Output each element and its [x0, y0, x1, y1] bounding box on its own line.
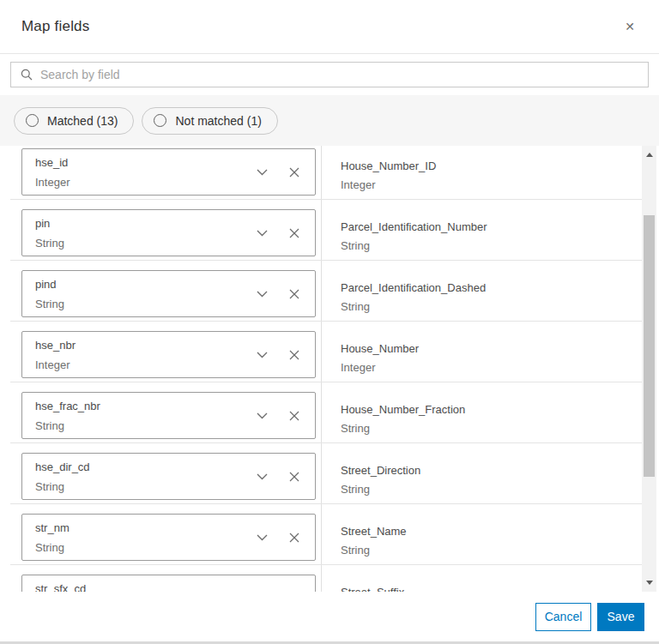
chevron-down-icon[interactable] [257, 291, 268, 298]
field-mapping-row: str_nm String Street_Name String [10, 504, 642, 565]
source-field-cell: hse_dir_cd String [10, 443, 322, 503]
target-field-name: Street_Name [341, 524, 642, 539]
remove-mapping-x-icon[interactable] [289, 411, 299, 421]
source-field-select[interactable]: hse_frac_nbr String [21, 392, 316, 439]
target-field-name: Street_Direction [341, 463, 642, 478]
target-field-type: Integer [341, 178, 642, 193]
field-box-icons [257, 332, 315, 377]
field-mapping-row: hse_id Integer House_Number_ID Integer [10, 146, 642, 200]
target-field-type: Integer [341, 360, 642, 376]
remove-mapping-x-icon[interactable] [289, 533, 299, 543]
chevron-down-icon[interactable] [257, 473, 268, 480]
close-icon[interactable]: ✕ [621, 17, 638, 36]
source-field-select[interactable]: hse_dir_cd String [21, 453, 316, 500]
scrollbar-thumb[interactable] [644, 215, 655, 477]
field-mapping-row: str_sfx_cd Street_Suffix [10, 565, 642, 592]
target-field-name: House_Number [341, 341, 642, 357]
target-field-name: House_Number_ID [341, 159, 642, 174]
scrollbar-track[interactable] [642, 146, 656, 592]
source-field-cell: str_nm String [10, 504, 322, 564]
chevron-down-icon[interactable] [257, 412, 268, 419]
remove-mapping-x-icon[interactable] [289, 350, 299, 360]
scroll-up-arrow-icon[interactable] [642, 147, 656, 162]
field-mapping-row: hse_nbr Integer House_Number Integer [10, 322, 642, 382]
chevron-down-icon[interactable] [257, 169, 268, 176]
dialog-title: Map fields [21, 18, 89, 35]
target-field-type: String [341, 482, 642, 497]
source-field-cell: pind String [10, 261, 322, 321]
field-mapping-list: hse_id Integer House_Number_ID Integer [0, 146, 642, 592]
target-field-type: String [341, 238, 642, 254]
remove-mapping-x-icon[interactable] [289, 472, 299, 482]
dialog-header: Map fields ✕ [0, 0, 659, 54]
target-field-type: String [341, 299, 642, 315]
filter-not-matched[interactable]: Not matched (1) [142, 107, 277, 135]
field-box-icons [257, 393, 315, 438]
field-box-icons [257, 271, 315, 316]
source-field-select[interactable]: pin String [21, 209, 316, 256]
search-input[interactable] [40, 63, 648, 87]
remove-mapping-x-icon[interactable] [289, 167, 299, 178]
target-field-cell: House_Number_Fraction String [322, 382, 642, 442]
target-field-name: House_Number_Fraction [341, 402, 642, 418]
search-section [0, 54, 659, 95]
target-field-name: Street_Suffix [341, 585, 642, 592]
target-field-type: String [341, 421, 642, 436]
filter-matched-label: Matched (13) [47, 114, 118, 128]
remove-mapping-x-icon[interactable] [289, 289, 299, 299]
target-field-type: String [341, 543, 642, 558]
radio-icon [154, 114, 166, 127]
field-mapping-row: pin String Parcel_Identification_Number … [10, 200, 642, 261]
field-mapping-row: pind String Parcel_Identification_Dashed… [10, 261, 642, 322]
source-field-select[interactable]: hse_nbr Integer [21, 331, 316, 378]
target-field-cell: Parcel_Identification_Dashed String [322, 261, 642, 321]
search-icon [21, 69, 33, 81]
field-mapping-row: hse_dir_cd String Street_Direction Strin… [10, 443, 642, 504]
scroll-down-arrow-icon[interactable] [642, 575, 656, 590]
source-field-select[interactable]: pind String [21, 270, 316, 317]
source-field-cell: str_sfx_cd [10, 565, 322, 592]
source-field-select[interactable]: str_nm String [21, 514, 316, 561]
filter-not-matched-label: Not matched (1) [175, 114, 261, 128]
chevron-down-icon[interactable] [257, 352, 268, 358]
chevron-down-icon[interactable] [257, 534, 268, 541]
field-box-icons [257, 575, 315, 592]
map-fields-dialog: Map fields ✕ Matched (13) Not matched (1… [0, 0, 659, 641]
target-field-cell: Street_Suffix [322, 565, 642, 592]
filter-matched[interactable]: Matched (13) [14, 107, 134, 135]
target-field-cell: House_Number_ID Integer [322, 146, 642, 199]
source-field-cell: hse_id Integer [10, 146, 322, 199]
target-field-name: Parcel_Identification_Number [341, 220, 642, 235]
field-mapping-row: hse_frac_nbr String House_Number_Fractio… [10, 382, 642, 443]
source-field-cell: pin String [10, 200, 322, 260]
source-field-cell: hse_frac_nbr String [10, 382, 322, 442]
field-box-icons [257, 149, 315, 195]
source-field-cell: hse_nbr Integer [10, 322, 322, 382]
target-field-cell: House_Number Integer [322, 322, 642, 382]
cancel-button[interactable]: Cancel [535, 603, 591, 631]
source-field-select[interactable]: hse_id Integer [21, 148, 316, 196]
radio-icon [26, 114, 39, 127]
field-rows: hse_id Integer House_Number_ID Integer [0, 146, 642, 592]
field-box-icons [257, 515, 315, 560]
target-field-cell: Street_Name String [322, 504, 642, 564]
target-field-cell: Parcel_Identification_Number String [322, 200, 642, 260]
field-box-icons [257, 210, 315, 256]
chevron-down-icon[interactable] [257, 230, 268, 237]
filter-section: Matched (13) Not matched (1) [0, 95, 659, 146]
remove-mapping-x-icon[interactable] [289, 228, 299, 238]
dialog-footer: Cancel Save [0, 592, 659, 641]
target-field-name: Parcel_Identification_Dashed [341, 280, 642, 296]
search-box [10, 62, 649, 87]
source-field-select[interactable]: str_sfx_cd [21, 575, 316, 592]
field-box-icons [257, 454, 315, 499]
target-field-cell: Street_Direction String [322, 443, 642, 503]
save-button[interactable]: Save [597, 603, 644, 631]
